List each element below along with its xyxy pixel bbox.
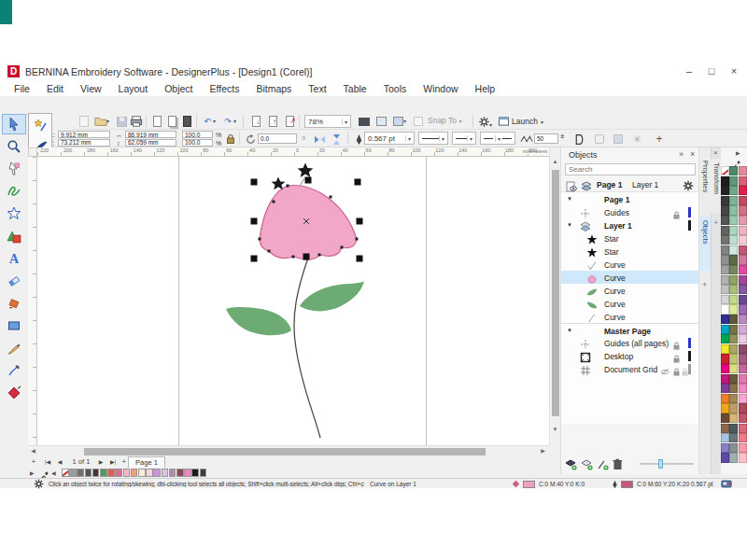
mirror-horizontal-icon[interactable] <box>312 132 327 147</box>
palette-swatch[interactable] <box>729 394 738 403</box>
menu-item-text[interactable]: Text <box>300 81 334 96</box>
objects-tree-row[interactable]: Desktop <box>561 349 699 362</box>
palette-swatch[interactable] <box>721 176 729 186</box>
add-page-before-button[interactable]: + <box>28 456 39 468</box>
doc-palette-swatch[interactable] <box>162 469 169 477</box>
close-curve-icon[interactable] <box>571 132 586 147</box>
palette-swatch[interactable] <box>739 433 747 442</box>
palette-swatch[interactable] <box>729 205 738 215</box>
menu-item-table[interactable]: Table <box>335 81 375 96</box>
palette-swatch[interactable] <box>739 265 747 274</box>
objects-tree-row[interactable]: Guides (all pages) <box>561 336 699 349</box>
palette-swatch[interactable] <box>721 384 729 393</box>
palette-swatch[interactable] <box>739 285 747 294</box>
objects-tree-row[interactable]: Star <box>561 231 699 245</box>
artistic-media-tool[interactable] <box>2 360 26 381</box>
palette-swatch[interactable] <box>721 374 729 384</box>
palette-swatch[interactable] <box>729 265 738 274</box>
menu-item-edit[interactable]: Edit <box>38 81 72 96</box>
palette-swatch[interactable] <box>739 176 747 186</box>
doc-palette-swatch[interactable] <box>123 469 131 477</box>
delete-icon[interactable] <box>613 457 626 470</box>
doc-palette-swatch[interactable] <box>176 469 184 477</box>
hidden-eye-icon[interactable] <box>660 364 670 374</box>
scroll-left-icon[interactable]: ◀ <box>28 446 38 456</box>
palette-swatch[interactable] <box>729 196 738 205</box>
doc-palette-swatch[interactable] <box>69 469 77 477</box>
layer-opacity-slider[interactable] <box>640 463 694 465</box>
palette-swatch[interactable] <box>729 344 738 354</box>
menu-item-layout[interactable]: Layout <box>110 81 157 96</box>
gear-dropdown-arrow[interactable]: ▾ <box>489 121 492 128</box>
print-icon[interactable] <box>129 114 144 129</box>
import-icon[interactable]: ↓ <box>248 114 263 129</box>
basic-shapes-tool[interactable] <box>2 226 26 246</box>
palette-swatch[interactable] <box>721 424 729 433</box>
doc-palette-swatch[interactable] <box>169 469 176 477</box>
palette-swatch[interactable] <box>739 304 747 314</box>
y-position-field[interactable] <box>58 139 110 147</box>
palette-swatch[interactable] <box>729 453 738 462</box>
doc-palette-scroll-left-icon[interactable]: ◀ <box>51 469 56 476</box>
left-leaf[interactable] <box>226 307 291 335</box>
menu-item-view[interactable]: View <box>72 81 110 96</box>
scroll-down-icon[interactable]: ▼ <box>550 425 560 435</box>
scale-y-field[interactable] <box>182 139 213 147</box>
palette-swatch[interactable] <box>729 334 738 343</box>
doc-no-color-swatch[interactable] <box>62 469 69 477</box>
height-field[interactable] <box>125 139 176 147</box>
new-layer-icon[interactable] <box>565 457 578 470</box>
palette-swatch[interactable] <box>729 325 738 334</box>
docker-collapse-icon[interactable]: » <box>679 149 684 159</box>
palette-swatch[interactable] <box>721 255 729 264</box>
doc-palette-swatch[interactable] <box>191 469 199 477</box>
zoom-dropdown-arrow[interactable]: ▾ <box>342 119 347 125</box>
options-icon[interactable] <box>411 114 426 129</box>
doc-palette-swatch[interactable] <box>153 469 161 477</box>
doc-palette-swatch[interactable] <box>146 469 153 477</box>
objects-tree-row[interactable]: Curve <box>561 271 699 284</box>
palette-swatch[interactable] <box>739 344 747 354</box>
transform-add-docker-icon[interactable]: + <box>714 218 719 227</box>
palette-swatch[interactable] <box>739 403 747 413</box>
palette-swatch[interactable] <box>729 275 738 285</box>
objects-tree-row[interactable]: Guides <box>561 205 699 218</box>
palette-swatch[interactable] <box>739 216 747 225</box>
palette-swatch[interactable] <box>729 413 738 423</box>
no-color-swatch[interactable] <box>721 166 729 175</box>
lock-ratio-icon[interactable] <box>223 132 238 147</box>
open-dropdown-arrow[interactable]: ▾ <box>106 118 109 124</box>
doc-palette-swatch[interactable] <box>131 469 138 477</box>
palette-swatch[interactable] <box>739 315 747 324</box>
palette-swatch[interactable] <box>739 245 747 255</box>
copy-icon[interactable] <box>164 114 179 129</box>
objects-tree-row[interactable]: ▼Page 1 <box>561 192 699 205</box>
objects-tree-row[interactable]: Curve <box>561 284 699 297</box>
embroidery-machine-icon[interactable] <box>721 479 732 490</box>
fill-bucket-tool[interactable] <box>2 293 26 314</box>
add-property-icon[interactable]: + <box>652 132 667 147</box>
doc-palette-swatch[interactable] <box>85 469 92 477</box>
horizontal-ruler[interactable]: millimeters 2202001801601401201008060402… <box>37 147 549 157</box>
menu-item-bitmaps[interactable]: Bitmaps <box>247 81 300 96</box>
redo-dropdown-arrow[interactable]: ▾ <box>233 118 236 124</box>
palette-swatch[interactable] <box>721 304 729 314</box>
save-icon[interactable] <box>114 114 129 129</box>
outline-color-swatch[interactable] <box>621 481 633 488</box>
start-arrowhead-combo[interactable]: ▾ <box>452 132 476 145</box>
palette-swatch[interactable] <box>729 354 738 363</box>
palette-swatch[interactable] <box>721 344 729 354</box>
palette-swatch[interactable] <box>729 364 738 373</box>
palette-swatch[interactable] <box>729 166 738 175</box>
palette-swatch[interactable] <box>721 186 729 195</box>
star-wand-tool[interactable] <box>31 115 50 134</box>
stem-curve[interactable] <box>294 258 320 438</box>
outline-pen-tool[interactable] <box>2 338 26 358</box>
rectangle-tool[interactable] <box>2 315 26 336</box>
palette-swatch[interactable] <box>739 166 747 175</box>
palette-swatch[interactable] <box>739 196 747 205</box>
end-arrowhead-combo[interactable]: ▾ <box>480 132 515 145</box>
palette-swatch[interactable] <box>729 433 738 442</box>
objects-tree-row[interactable]: Curve <box>561 297 699 310</box>
doc-palette-swatch[interactable] <box>138 469 146 477</box>
